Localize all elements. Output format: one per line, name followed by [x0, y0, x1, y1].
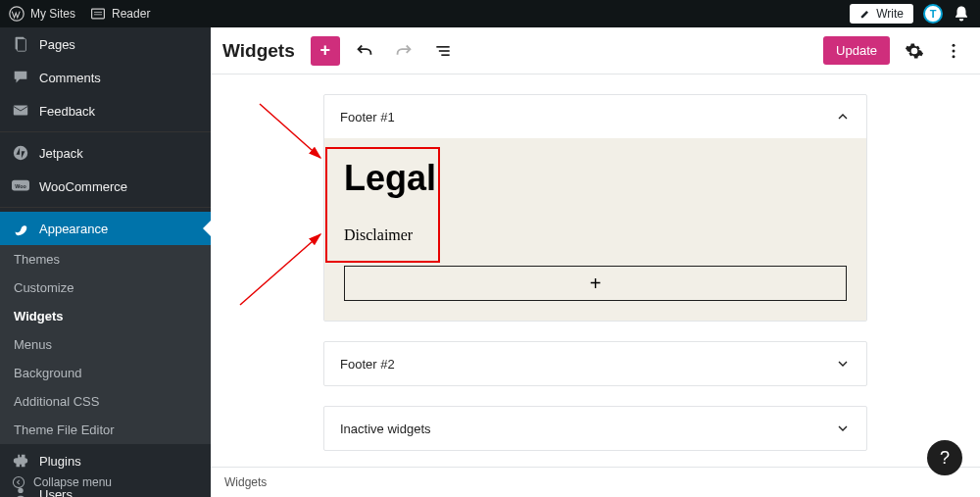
list-view-button[interactable] — [428, 36, 458, 66]
menu-label: WooCommerce — [39, 179, 127, 194]
paragraph-block[interactable]: Disclaimer — [344, 226, 847, 244]
admin-sidebar: Pages Comments Feedback Jetpack Woo WooC… — [0, 27, 211, 497]
widget-area-header[interactable]: Footer #2 — [324, 342, 866, 385]
wordpress-icon — [8, 5, 25, 23]
svg-point-15 — [13, 476, 24, 487]
pencil-icon — [859, 8, 871, 20]
user-initial: T — [930, 8, 937, 20]
user-avatar[interactable]: T — [923, 4, 943, 24]
menu-feedback[interactable]: Feedback — [0, 94, 211, 127]
svg-point-19 — [953, 43, 956, 46]
chevron-down-icon — [835, 421, 851, 436]
jetpack-icon — [12, 144, 29, 162]
widget-area-title: Inactive widgets — [340, 422, 431, 436]
feedback-icon — [12, 102, 29, 120]
svg-line-23 — [260, 104, 320, 158]
widget-area-footer2: Footer #2 — [323, 341, 867, 386]
menu-label: Pages — [39, 37, 75, 52]
reader-icon — [89, 5, 107, 23]
options-button[interactable] — [939, 36, 968, 66]
redo-button[interactable] — [389, 36, 418, 66]
collapse-icon — [12, 475, 25, 489]
settings-button[interactable] — [900, 36, 929, 66]
add-block-button[interactable]: + — [311, 36, 340, 66]
breadcrumb-label: Widgets — [224, 475, 267, 489]
widget-area-body: Legal Disclaimer + — [324, 138, 866, 321]
breadcrumb: Widgets — [211, 467, 980, 497]
my-sites-link[interactable]: My Sites — [8, 5, 75, 23]
svg-point-7 — [14, 146, 27, 160]
widget-area-title: Footer #2 — [340, 357, 395, 372]
widget-area-inactive: Inactive widgets — [323, 406, 867, 451]
reader-link[interactable]: Reader — [89, 5, 150, 23]
menu-label: Jetpack — [39, 146, 83, 161]
help-label: ? — [940, 448, 950, 469]
menu-jetpack[interactable]: Jetpack — [0, 136, 211, 170]
svg-rect-1 — [92, 9, 105, 19]
editor-canvas: Footer #1 Legal Disclaimer + Footer #2 — [211, 75, 980, 467]
heading-block[interactable]: Legal — [344, 158, 847, 199]
submenu-themes[interactable]: Themes — [0, 245, 211, 273]
update-button[interactable]: Update — [823, 36, 890, 65]
collapse-menu[interactable]: Collapse menu — [0, 468, 123, 497]
menu-pages[interactable]: Pages — [0, 27, 211, 61]
submenu-widgets[interactable]: Widgets — [0, 302, 211, 330]
submenu-theme-file-editor[interactable]: Theme File Editor — [0, 416, 211, 444]
widget-area-header[interactable]: Inactive widgets — [324, 407, 866, 450]
appearance-submenu: Themes Customize Widgets Menus Backgroun… — [0, 245, 211, 444]
menu-label: Comments — [39, 71, 101, 85]
widget-area-footer1: Footer #1 Legal Disclaimer + — [323, 94, 867, 322]
svg-rect-5 — [17, 39, 25, 52]
admin-toolbar: My Sites Reader Write T — [0, 0, 980, 27]
menu-woocommerce[interactable]: Woo WooCommerce — [0, 170, 211, 203]
editor-header: Widgets + Update — [211, 27, 980, 75]
pages-icon — [12, 35, 29, 53]
submenu-customize[interactable]: Customize — [0, 273, 211, 302]
svg-text:Woo: Woo — [15, 183, 26, 189]
svg-line-24 — [240, 234, 320, 305]
svg-point-20 — [953, 49, 956, 52]
chevron-up-icon — [835, 109, 851, 124]
block-appender[interactable]: + — [344, 266, 847, 301]
editor-title: Widgets — [222, 40, 295, 62]
comments-icon — [12, 69, 29, 86]
submenu-menus[interactable]: Menus — [0, 330, 211, 359]
menu-label: Plugins — [39, 454, 81, 469]
menu-label: Appearance — [39, 222, 108, 236]
write-label: Write — [876, 7, 904, 21]
write-button[interactable]: Write — [850, 4, 913, 24]
menu-appearance[interactable]: Appearance — [0, 212, 211, 245]
woocommerce-icon: Woo — [12, 177, 29, 195]
menu-label: Feedback — [39, 104, 95, 119]
editor-main: Widgets + Update — [211, 27, 980, 497]
notifications-icon[interactable] — [953, 5, 970, 23]
widget-area-title: Footer #1 — [340, 110, 395, 124]
menu-comments[interactable]: Comments — [0, 61, 211, 94]
chevron-down-icon — [835, 356, 851, 372]
help-button[interactable]: ? — [927, 440, 962, 475]
appearance-icon — [12, 220, 29, 237]
widget-area-header[interactable]: Footer #1 — [324, 95, 866, 138]
collapse-label: Collapse menu — [33, 475, 112, 489]
reader-label: Reader — [112, 7, 150, 21]
update-label: Update — [836, 43, 877, 58]
submenu-background[interactable]: Background — [0, 359, 211, 387]
my-sites-label: My Sites — [30, 7, 75, 21]
submenu-additional-css[interactable]: Additional CSS — [0, 387, 211, 416]
undo-button[interactable] — [350, 36, 379, 66]
svg-point-21 — [953, 55, 956, 58]
